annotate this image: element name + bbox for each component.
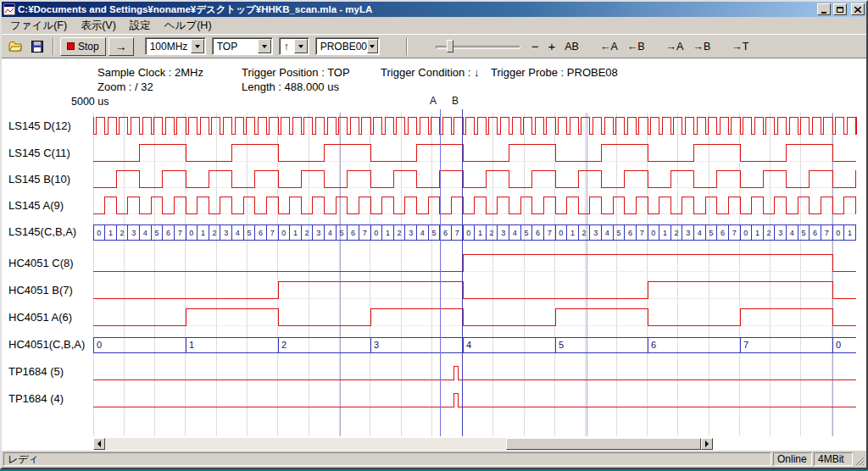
menu-bar: ファイル(F) 表示(V) 設定 ヘルプ(H) (2, 17, 866, 34)
waveform-client-area[interactable]: Sample Clock : 2MHz Trigger Position : T… (2, 58, 866, 451)
open-button[interactable] (5, 37, 25, 56)
run-button[interactable]: → (108, 37, 134, 56)
bus-value: 0 (281, 229, 286, 237)
trigger-probe-select[interactable]: PROBE00 (315, 37, 380, 55)
waveform-plot[interactable]: 0123456701234567012345670123456701234567… (2, 58, 866, 451)
bus-value: 1 (189, 340, 194, 350)
marker-a-label: A (430, 95, 437, 107)
zoom-out-button[interactable]: − (528, 37, 542, 56)
bus-value: 7 (732, 229, 737, 237)
bus-value: 3 (224, 229, 228, 237)
bus-value: 2 (490, 229, 494, 237)
bus-value: 2 (767, 229, 771, 237)
chevron-down-icon[interactable] (294, 39, 308, 53)
bus-value: 1 (663, 229, 667, 237)
sample-rate-select[interactable]: 100MHz (145, 37, 206, 55)
bus-value: 3 (131, 229, 136, 237)
bus-value: 6 (166, 229, 170, 237)
menu-help[interactable]: ヘルプ(H) (158, 17, 219, 35)
bus-value: 7 (363, 229, 367, 237)
bus-value: 1 (201, 229, 205, 237)
chevron-down-icon[interactable] (191, 39, 204, 53)
title-bar[interactable]: C:¥Documents and Settings¥noname¥デスクトップ¥… (2, 2, 866, 17)
horizontal-scrollbar[interactable] (93, 438, 713, 450)
status-bar: レディ Online 4MBit (2, 451, 866, 468)
bus-value: 1 (108, 229, 113, 237)
app-icon (3, 3, 15, 15)
minimize-icon (821, 12, 826, 14)
save-floppy-icon (31, 41, 43, 53)
maximize-button[interactable] (833, 3, 847, 15)
scrollbar-thumb[interactable] (506, 438, 701, 450)
bus-value: 4 (466, 340, 471, 350)
bus-value: 3 (374, 340, 379, 350)
zoom-in-button[interactable]: + (544, 37, 559, 56)
trigger-probe-value: PROBE00 (320, 41, 367, 53)
bus-value: 2 (120, 229, 125, 237)
waveform-trace-6 (93, 281, 856, 298)
stop-icon (67, 42, 75, 50)
waveform-trace-5 (93, 254, 856, 271)
status-memory-badge: 4MBit (814, 452, 853, 466)
bus-value: 1 (293, 229, 298, 237)
close-button[interactable] (851, 3, 865, 15)
open-folder-icon (8, 41, 22, 52)
trigger-edge-select[interactable]: ↑ (279, 37, 309, 55)
goto-marker-a-button[interactable]: ←A (597, 37, 621, 56)
waveform-trace-9 (93, 366, 856, 380)
close-icon (854, 7, 861, 13)
bus-value: 1 (848, 229, 852, 237)
bus-value: 3 (593, 229, 598, 237)
ab-button[interactable]: AB (561, 37, 582, 56)
bus-value: 5 (709, 229, 713, 237)
zoom-slider-thumb[interactable] (447, 40, 453, 53)
bus-value: 6 (628, 229, 632, 237)
status-ready-text: レディ (3, 452, 771, 466)
resize-grip[interactable] (854, 456, 865, 466)
zoom-slider[interactable] (436, 38, 520, 55)
chevron-down-icon[interactable] (258, 39, 271, 53)
bus-value: 5 (339, 229, 343, 237)
bus-value: 6 (536, 229, 540, 237)
bus-value: 7 (548, 229, 552, 237)
bus-value: 0 (651, 229, 655, 237)
goto-trigger-button[interactable]: →T (728, 37, 752, 56)
trigger-position-value: TOP (217, 41, 237, 53)
set-marker-b-button[interactable]: →B (689, 37, 714, 56)
chevron-down-icon[interactable] (367, 39, 378, 53)
bus-value: 0 (836, 340, 841, 350)
bus-value: 4 (698, 229, 702, 237)
bus-value: 5 (616, 229, 620, 237)
bus-value: 4 (143, 229, 147, 237)
minimize-button[interactable] (817, 3, 831, 15)
bus-value: 7 (270, 229, 275, 237)
trigger-position-select[interactable]: TOP (212, 37, 273, 55)
scroll-left-button[interactable] (93, 438, 105, 450)
bus-value: 2 (281, 340, 287, 350)
stop-button[interactable]: Stop (60, 37, 106, 56)
bus-value: 4 (790, 229, 794, 237)
toolbar-separator (53, 38, 54, 55)
scroll-right-button[interactable] (701, 438, 713, 450)
menu-settings[interactable]: 設定 (123, 17, 158, 35)
goto-marker-b-button[interactable]: ←B (624, 37, 648, 56)
bus-value: 3 (686, 229, 690, 237)
set-marker-a-button[interactable]: →A (663, 37, 687, 56)
toolbar: Stop → 100MHz TOP ↑ PROBE00 − + AB ←A (2, 34, 866, 58)
stop-button-label: Stop (78, 41, 99, 53)
menu-file[interactable]: ファイル(F) (3, 17, 74, 35)
bus-value: 7 (825, 229, 829, 237)
status-online-badge: Online (773, 452, 812, 466)
bus-value: 1 (478, 229, 482, 237)
toolbar-separator (406, 38, 408, 55)
bus-value: 6 (651, 340, 656, 350)
bus-value: 7 (743, 340, 748, 350)
run-arrow-icon: → (115, 40, 127, 53)
bus-value: 6 (259, 229, 263, 237)
bus-value: 2 (675, 229, 679, 237)
arrow-right-icon (705, 441, 712, 447)
save-button[interactable] (27, 37, 47, 56)
maximize-icon (837, 7, 843, 13)
menu-view[interactable]: 表示(V) (74, 17, 123, 35)
bus-value: 0 (97, 340, 102, 350)
